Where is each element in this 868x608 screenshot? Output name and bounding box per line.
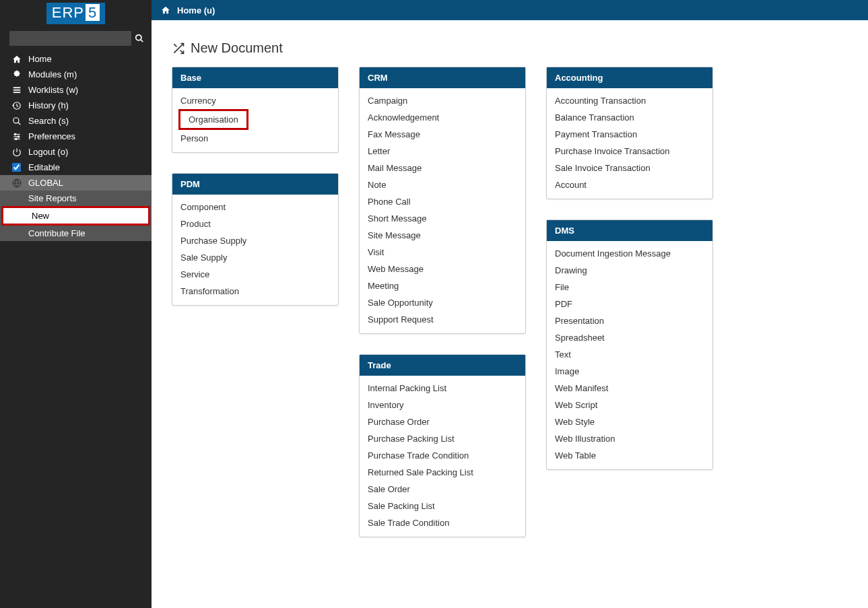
breadcrumb[interactable]: Home (u) <box>177 5 215 15</box>
check-icon <box>9 163 24 172</box>
panel-item[interactable]: Presentation <box>547 312 712 329</box>
nav-label: History (h) <box>28 100 69 110</box>
panel-item[interactable]: Campaign <box>360 92 525 109</box>
nav-label: Editable <box>28 162 60 172</box>
panel-item[interactable]: Product <box>172 215 338 232</box>
globe-icon <box>9 178 24 188</box>
svg-point-10 <box>15 133 16 135</box>
global-label: GLOBAL <box>28 178 63 188</box>
panel-item[interactable]: Site Message <box>360 227 525 244</box>
panel-item[interactable]: Drawing <box>547 262 712 279</box>
panel-item[interactable]: Document Ingestion Message <box>547 245 712 262</box>
card-column: CRMCampaignAcknowledgementFax MessageLet… <box>359 67 526 537</box>
panel-item[interactable]: Image <box>547 363 712 380</box>
panel-header: CRM <box>360 67 525 88</box>
panel-item[interactable]: Short Message <box>360 210 525 227</box>
panel-item[interactable]: Web Manifest <box>547 380 712 397</box>
nav-item-history-h-[interactable]: History (h) <box>0 98 152 113</box>
search-input[interactable] <box>9 31 131 46</box>
highlight-frame: Organisation <box>178 109 248 130</box>
nav-item-logout-o-[interactable]: Logout (o) <box>0 144 152 160</box>
panel-item[interactable]: Phone Call <box>360 193 525 210</box>
card-column: BaseCurrencyOrganisationPersonPDMCompone… <box>172 67 339 537</box>
global-item-new[interactable]: New <box>3 208 148 224</box>
search-button[interactable] <box>134 31 145 46</box>
panel-accounting: AccountingAccounting TransactionBalance … <box>546 67 713 199</box>
panel-item[interactable]: Sale Invoice Transaction <box>547 160 712 176</box>
panel-item[interactable]: Support Request <box>360 311 525 328</box>
nav-item-preferences[interactable]: Preferences <box>0 129 152 144</box>
panel-item[interactable]: Sale Trade Condition <box>360 514 525 531</box>
panel-item[interactable]: Internal Packing List <box>360 380 525 397</box>
panel-item[interactable]: Spreadsheet <box>547 329 712 346</box>
panel-item[interactable]: Organisation <box>180 111 246 128</box>
panel-item[interactable]: Sale Opportunity <box>360 294 525 311</box>
power-icon <box>9 147 24 157</box>
global-section: GLOBAL Site ReportsNewContribute File <box>0 175 152 241</box>
page-title: New Document <box>172 40 848 56</box>
panel-item[interactable]: Account <box>547 176 712 193</box>
panel-item[interactable]: Person <box>172 130 338 147</box>
nav-item-editable[interactable]: Editable <box>0 160 152 175</box>
panel-header: PDM <box>172 174 338 195</box>
panel-item[interactable]: Sale Packing List <box>360 498 525 514</box>
shuffle-icon <box>172 42 185 55</box>
panel-item[interactable]: Visit <box>360 244 525 261</box>
logo-area: ERP5 <box>0 0 152 28</box>
panel-item[interactable]: Fax Message <box>360 126 525 143</box>
nav-item-search-s-[interactable]: Search (s) <box>0 113 152 129</box>
logo-suffix: 5 <box>86 4 100 21</box>
svg-rect-4 <box>13 92 21 93</box>
panel-item[interactable]: Service <box>172 266 338 283</box>
panel-body: CampaignAcknowledgementFax MessageLetter… <box>360 88 525 333</box>
panel-item[interactable]: Purchase Order <box>360 413 525 430</box>
panel-item[interactable]: Sale Supply <box>172 249 338 266</box>
panel-item[interactable]: Web Script <box>547 397 712 413</box>
panel-item[interactable]: Purchase Supply <box>172 232 338 249</box>
panel-header: Base <box>172 67 338 88</box>
panel-item[interactable]: Transformation <box>172 283 338 300</box>
nav-label: Search (s) <box>28 116 69 126</box>
global-item-contribute-file[interactable]: Contribute File <box>0 226 152 241</box>
panel-item[interactable]: Purchase Invoice Transaction <box>547 143 712 160</box>
panel-item[interactable]: Payment Transaction <box>547 126 712 143</box>
nav-item-modules-m-[interactable]: Modules (m) <box>0 67 152 82</box>
svg-line-6 <box>18 122 21 125</box>
panel-item[interactable]: Returned Sale Packing List <box>360 464 525 481</box>
panel-item[interactable]: Balance Transaction <box>547 109 712 126</box>
panel-item[interactable]: Acknowledgement <box>360 109 525 126</box>
panel-body: Accounting TransactionBalance Transactio… <box>547 88 712 199</box>
panel-item[interactable]: Web Illustration <box>547 430 712 447</box>
card-grid: BaseCurrencyOrganisationPersonPDMCompone… <box>172 67 848 537</box>
panel-header: DMS <box>547 220 712 241</box>
panel-item[interactable]: Web Style <box>547 413 712 430</box>
panel-item[interactable]: Web Message <box>360 261 525 277</box>
panel-item[interactable]: PDF <box>547 296 712 312</box>
svg-point-5 <box>13 117 19 123</box>
panel-item[interactable]: Purchase Packing List <box>360 430 525 447</box>
svg-point-11 <box>18 135 19 137</box>
panel-item[interactable]: Meeting <box>360 277 525 294</box>
nav-list: HomeModules (m)Worklists (w)History (h)S… <box>0 51 152 175</box>
panel-item[interactable]: Letter <box>360 143 525 160</box>
panel-item[interactable]: Accounting Transaction <box>547 92 712 109</box>
panel-item[interactable]: Purchase Trade Condition <box>360 447 525 464</box>
nav-item-home[interactable]: Home <box>0 51 152 67</box>
sliders-icon <box>9 132 24 141</box>
panel-item[interactable]: Sale Order <box>360 481 525 498</box>
panel-item[interactable]: Text <box>547 346 712 363</box>
panel-item[interactable]: Web Table <box>547 447 712 464</box>
global-item-site-reports[interactable]: Site Reports <box>0 191 152 206</box>
panel-item[interactable]: Currency <box>172 92 338 109</box>
panel-item[interactable]: Inventory <box>360 397 525 413</box>
svg-point-0 <box>136 35 141 40</box>
nav-label: Logout (o) <box>28 147 68 157</box>
editable-checkbox[interactable] <box>12 163 21 172</box>
nav-item-worklists-w-[interactable]: Worklists (w) <box>0 82 152 98</box>
panel-item[interactable]: Note <box>360 176 525 193</box>
panel-item[interactable]: Component <box>172 199 338 215</box>
panel-item[interactable]: Mail Message <box>360 160 525 176</box>
panel-item[interactable]: File <box>547 279 712 296</box>
nav-label: Worklists (w) <box>28 85 78 95</box>
sidebar: ERP5 HomeModules (m)Worklists (w)History… <box>0 0 152 608</box>
